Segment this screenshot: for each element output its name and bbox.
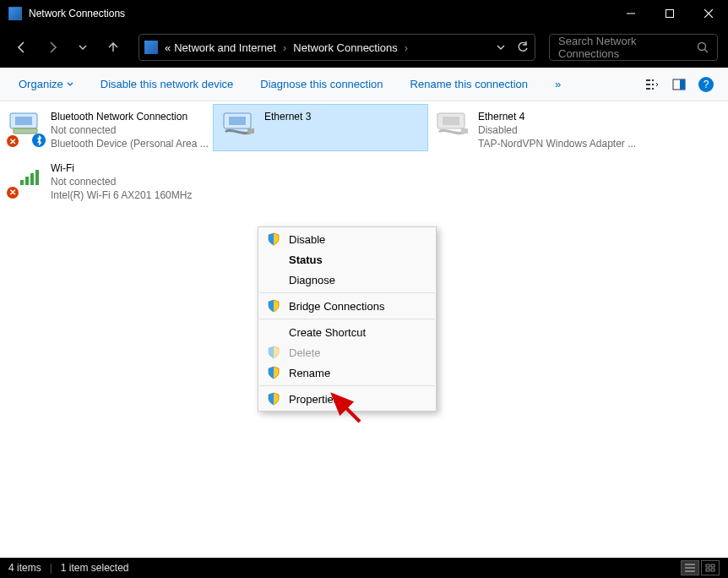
maximize-icon [666, 9, 674, 18]
menu-separator [259, 385, 435, 386]
connection-icon [436, 110, 471, 145]
connection-name: Ethernet 3 [264, 110, 311, 123]
search-placeholder: Search Network Connections [558, 35, 697, 60]
chevron-down-icon[interactable] [496, 42, 506, 52]
close-icon [704, 9, 713, 18]
breadcrumb-part2[interactable]: Network Connections [293, 41, 398, 54]
toolbar-overflow[interactable]: » [546, 73, 569, 95]
grid-view-icon [705, 564, 715, 572]
connection-icon: ✕ [8, 110, 44, 145]
window-title: Network Connections [29, 8, 611, 19]
arrow-up-icon [106, 41, 120, 54]
svg-rect-32 [711, 564, 714, 567]
svg-rect-10 [652, 84, 654, 85]
column: Ethernet 4 Disabled TAP-NordVPN Windows … [427, 105, 641, 558]
menu-separator [259, 292, 435, 293]
svg-rect-22 [229, 117, 246, 125]
menu-create-shortcut[interactable]: Create Shortcut [258, 322, 436, 342]
connection-icon [222, 110, 258, 145]
svg-rect-25 [443, 117, 459, 125]
view-large-button[interactable] [701, 560, 720, 575]
svg-rect-19 [30, 173, 34, 185]
view-options-button[interactable] [640, 73, 664, 96]
list-view-icon [685, 564, 695, 572]
toolbar: Organize Disable this network device Dia… [0, 68, 728, 101]
menu-status[interactable]: Status [258, 249, 436, 270]
minimize-button[interactable] [611, 0, 650, 27]
chevron-down-icon [67, 81, 73, 88]
search-icon [697, 41, 709, 53]
breadcrumb[interactable]: « Network and Internet › Network Connect… [139, 34, 535, 61]
connection-bluetooth[interactable]: ✕ Bluetooth Network Connection Not conne… [0, 105, 214, 156]
divider: | [50, 562, 52, 574]
error-badge-icon: ✕ [7, 187, 19, 199]
svg-rect-33 [706, 569, 709, 571]
svg-rect-1 [666, 10, 674, 18]
arrow-left-icon [15, 41, 29, 54]
app-icon [8, 7, 22, 20]
svg-rect-23 [247, 128, 254, 134]
shield-icon [267, 232, 280, 246]
refresh-icon[interactable] [516, 41, 530, 54]
menu-disable[interactable]: Disable [258, 229, 436, 249]
ethernet-adapter-icon [222, 110, 256, 137]
shield-icon [267, 346, 280, 359]
menu-separator [259, 319, 435, 319]
connection-device: TAP-NordVPN Windows Adapter ... [478, 137, 636, 150]
menu-rename[interactable]: Rename [258, 363, 436, 383]
svg-point-4 [698, 43, 706, 51]
back-button[interactable] [10, 35, 34, 59]
connection-status: Not connected [51, 123, 209, 137]
svg-rect-34 [711, 569, 714, 571]
svg-rect-18 [25, 177, 29, 185]
connection-ethernet4[interactable]: Ethernet 4 Disabled TAP-NordVPN Windows … [427, 105, 641, 156]
statusbar: 4 items | 1 item selected [0, 558, 728, 578]
connection-ethernet3[interactable]: Ethernet 3 [214, 105, 427, 150]
wifi-adapter-icon [8, 161, 42, 188]
content-area: ✕ Bluetooth Network Connection Not conne… [0, 101, 728, 558]
chevron-right-icon: › [283, 41, 286, 54]
disable-device-button[interactable]: Disable this network device [92, 73, 242, 95]
rename-connection-button[interactable]: Rename this connection [402, 73, 536, 95]
minimize-icon [627, 9, 635, 18]
help-icon: ? [698, 77, 714, 92]
svg-rect-13 [680, 79, 685, 90]
connection-status: Not connected [51, 175, 192, 188]
connection-name: Ethernet 4 [478, 110, 636, 123]
connection-name: Wi-Fi [51, 161, 192, 175]
breadcrumb-prefix: « [165, 41, 171, 54]
forward-button[interactable] [41, 35, 64, 59]
shield-icon [267, 392, 280, 406]
svg-rect-16 [14, 128, 37, 134]
menu-bridge[interactable]: Bridge Connections [258, 296, 436, 316]
shield-icon [267, 299, 280, 313]
svg-rect-31 [706, 564, 709, 567]
diagnose-connection-button[interactable]: Diagnose this connection [252, 73, 391, 95]
help-button[interactable]: ? [694, 73, 718, 96]
menu-delete: Delete [258, 342, 436, 363]
chevron-right-icon: › [405, 41, 408, 54]
organize-menu[interactable]: Organize [10, 73, 82, 95]
menu-properties[interactable]: Properties [258, 389, 436, 409]
svg-line-5 [705, 50, 709, 53]
connection-icon: ✕ [8, 161, 44, 197]
preview-pane-button[interactable] [667, 73, 691, 96]
recent-dropdown[interactable] [71, 35, 95, 59]
connection-wifi[interactable]: ✕ Wi-Fi Not connected Intel(R) Wi-Fi 6 A… [0, 156, 214, 208]
maximize-button[interactable] [650, 0, 689, 27]
close-button[interactable] [689, 0, 728, 27]
view-details-button[interactable] [681, 560, 699, 575]
svg-rect-26 [461, 128, 468, 134]
menu-diagnose[interactable]: Diagnose [258, 270, 436, 290]
view-icon [645, 78, 659, 91]
breadcrumb-part1[interactable]: Network and Internet [174, 41, 276, 54]
error-badge-icon: ✕ [7, 135, 19, 147]
svg-rect-11 [652, 88, 654, 90]
up-button[interactable] [101, 35, 125, 59]
connection-device: Intel(R) Wi-Fi 6 AX201 160MHz [51, 188, 192, 202]
connection-status: Disabled [478, 123, 636, 137]
selection-count: 1 item selected [61, 562, 129, 574]
navbar: « Network and Internet › Network Connect… [0, 27, 728, 68]
svg-rect-20 [35, 170, 39, 185]
search-input[interactable]: Search Network Connections [549, 34, 718, 61]
